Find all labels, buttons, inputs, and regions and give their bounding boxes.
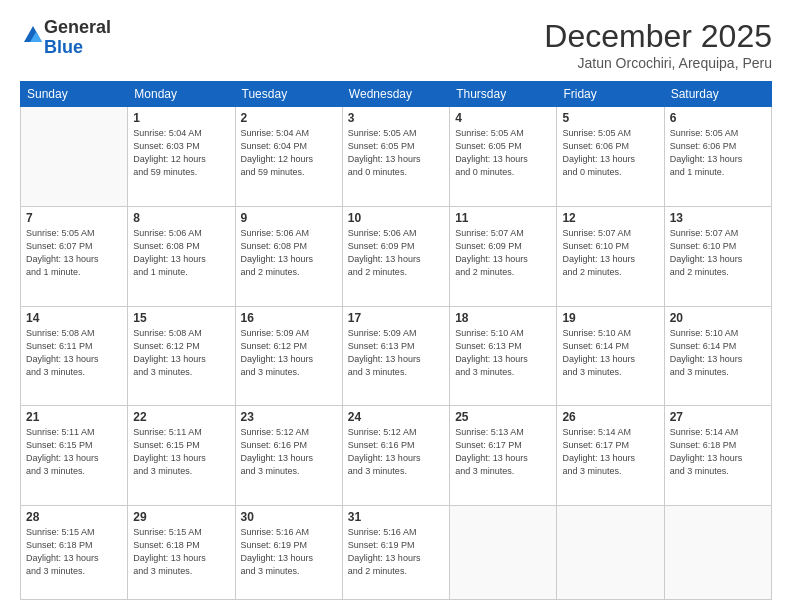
table-row: 1Sunrise: 5:04 AM Sunset: 6:03 PM Daylig… — [128, 107, 235, 207]
table-row: 13Sunrise: 5:07 AM Sunset: 6:10 PM Dayli… — [664, 206, 771, 306]
calendar-table: Sunday Monday Tuesday Wednesday Thursday… — [20, 81, 772, 600]
day-info: Sunrise: 5:05 AM Sunset: 6:05 PM Dayligh… — [455, 127, 551, 179]
title-location: Jatun Orcochiri, Arequipa, Peru — [544, 55, 772, 71]
day-number: 30 — [241, 510, 337, 524]
day-info: Sunrise: 5:11 AM Sunset: 6:15 PM Dayligh… — [26, 426, 122, 478]
day-number: 24 — [348, 410, 444, 424]
table-row: 28Sunrise: 5:15 AM Sunset: 6:18 PM Dayli… — [21, 506, 128, 600]
day-info: Sunrise: 5:07 AM Sunset: 6:09 PM Dayligh… — [455, 227, 551, 279]
day-number: 12 — [562, 211, 658, 225]
table-row — [557, 506, 664, 600]
table-row: 11Sunrise: 5:07 AM Sunset: 6:09 PM Dayli… — [450, 206, 557, 306]
day-info: Sunrise: 5:10 AM Sunset: 6:14 PM Dayligh… — [670, 327, 766, 379]
day-info: Sunrise: 5:04 AM Sunset: 6:04 PM Dayligh… — [241, 127, 337, 179]
day-info: Sunrise: 5:16 AM Sunset: 6:19 PM Dayligh… — [241, 526, 337, 578]
day-number: 29 — [133, 510, 229, 524]
table-row: 7Sunrise: 5:05 AM Sunset: 6:07 PM Daylig… — [21, 206, 128, 306]
logo: General Blue — [20, 18, 111, 58]
table-row: 6Sunrise: 5:05 AM Sunset: 6:06 PM Daylig… — [664, 107, 771, 207]
table-row: 3Sunrise: 5:05 AM Sunset: 6:05 PM Daylig… — [342, 107, 449, 207]
day-number: 14 — [26, 311, 122, 325]
day-info: Sunrise: 5:10 AM Sunset: 6:13 PM Dayligh… — [455, 327, 551, 379]
table-row — [664, 506, 771, 600]
table-row: 12Sunrise: 5:07 AM Sunset: 6:10 PM Dayli… — [557, 206, 664, 306]
table-row: 2Sunrise: 5:04 AM Sunset: 6:04 PM Daylig… — [235, 107, 342, 207]
header-tuesday: Tuesday — [235, 82, 342, 107]
table-row: 16Sunrise: 5:09 AM Sunset: 6:12 PM Dayli… — [235, 306, 342, 406]
day-info: Sunrise: 5:10 AM Sunset: 6:14 PM Dayligh… — [562, 327, 658, 379]
table-row: 23Sunrise: 5:12 AM Sunset: 6:16 PM Dayli… — [235, 406, 342, 506]
table-row: 20Sunrise: 5:10 AM Sunset: 6:14 PM Dayli… — [664, 306, 771, 406]
day-info: Sunrise: 5:13 AM Sunset: 6:17 PM Dayligh… — [455, 426, 551, 478]
day-number: 9 — [241, 211, 337, 225]
day-number: 10 — [348, 211, 444, 225]
day-number: 27 — [670, 410, 766, 424]
day-number: 2 — [241, 111, 337, 125]
day-number: 23 — [241, 410, 337, 424]
title-block: December 2025 Jatun Orcochiri, Arequipa,… — [544, 18, 772, 71]
table-row: 22Sunrise: 5:11 AM Sunset: 6:15 PM Dayli… — [128, 406, 235, 506]
header-friday: Friday — [557, 82, 664, 107]
day-info: Sunrise: 5:14 AM Sunset: 6:17 PM Dayligh… — [562, 426, 658, 478]
day-number: 16 — [241, 311, 337, 325]
table-row: 29Sunrise: 5:15 AM Sunset: 6:18 PM Dayli… — [128, 506, 235, 600]
table-row: 24Sunrise: 5:12 AM Sunset: 6:16 PM Dayli… — [342, 406, 449, 506]
day-info: Sunrise: 5:08 AM Sunset: 6:12 PM Dayligh… — [133, 327, 229, 379]
header-saturday: Saturday — [664, 82, 771, 107]
day-number: 20 — [670, 311, 766, 325]
table-row: 15Sunrise: 5:08 AM Sunset: 6:12 PM Dayli… — [128, 306, 235, 406]
day-info: Sunrise: 5:09 AM Sunset: 6:13 PM Dayligh… — [348, 327, 444, 379]
day-number: 22 — [133, 410, 229, 424]
page: General Blue December 2025 Jatun Orcochi… — [0, 0, 792, 612]
day-info: Sunrise: 5:04 AM Sunset: 6:03 PM Dayligh… — [133, 127, 229, 179]
day-info: Sunrise: 5:07 AM Sunset: 6:10 PM Dayligh… — [670, 227, 766, 279]
day-number: 4 — [455, 111, 551, 125]
day-info: Sunrise: 5:08 AM Sunset: 6:11 PM Dayligh… — [26, 327, 122, 379]
day-number: 26 — [562, 410, 658, 424]
day-info: Sunrise: 5:07 AM Sunset: 6:10 PM Dayligh… — [562, 227, 658, 279]
header-thursday: Thursday — [450, 82, 557, 107]
table-row: 27Sunrise: 5:14 AM Sunset: 6:18 PM Dayli… — [664, 406, 771, 506]
day-info: Sunrise: 5:05 AM Sunset: 6:06 PM Dayligh… — [562, 127, 658, 179]
day-number: 13 — [670, 211, 766, 225]
day-info: Sunrise: 5:15 AM Sunset: 6:18 PM Dayligh… — [26, 526, 122, 578]
header: General Blue December 2025 Jatun Orcochi… — [20, 18, 772, 71]
table-row: 21Sunrise: 5:11 AM Sunset: 6:15 PM Dayli… — [21, 406, 128, 506]
header-monday: Monday — [128, 82, 235, 107]
day-info: Sunrise: 5:09 AM Sunset: 6:12 PM Dayligh… — [241, 327, 337, 379]
table-row — [450, 506, 557, 600]
weekday-header-row: Sunday Monday Tuesday Wednesday Thursday… — [21, 82, 772, 107]
logo-general-text: General — [44, 17, 111, 37]
table-row: 25Sunrise: 5:13 AM Sunset: 6:17 PM Dayli… — [450, 406, 557, 506]
table-row: 19Sunrise: 5:10 AM Sunset: 6:14 PM Dayli… — [557, 306, 664, 406]
day-info: Sunrise: 5:05 AM Sunset: 6:05 PM Dayligh… — [348, 127, 444, 179]
table-row: 26Sunrise: 5:14 AM Sunset: 6:17 PM Dayli… — [557, 406, 664, 506]
day-info: Sunrise: 5:05 AM Sunset: 6:07 PM Dayligh… — [26, 227, 122, 279]
day-info: Sunrise: 5:05 AM Sunset: 6:06 PM Dayligh… — [670, 127, 766, 179]
day-number: 7 — [26, 211, 122, 225]
day-info: Sunrise: 5:12 AM Sunset: 6:16 PM Dayligh… — [348, 426, 444, 478]
day-number: 17 — [348, 311, 444, 325]
table-row: 5Sunrise: 5:05 AM Sunset: 6:06 PM Daylig… — [557, 107, 664, 207]
day-number: 25 — [455, 410, 551, 424]
table-row: 17Sunrise: 5:09 AM Sunset: 6:13 PM Dayli… — [342, 306, 449, 406]
day-number: 18 — [455, 311, 551, 325]
day-number: 1 — [133, 111, 229, 125]
title-month: December 2025 — [544, 18, 772, 55]
day-number: 15 — [133, 311, 229, 325]
table-row: 9Sunrise: 5:06 AM Sunset: 6:08 PM Daylig… — [235, 206, 342, 306]
day-info: Sunrise: 5:16 AM Sunset: 6:19 PM Dayligh… — [348, 526, 444, 578]
logo-blue-text: Blue — [44, 37, 83, 57]
day-number: 21 — [26, 410, 122, 424]
day-number: 5 — [562, 111, 658, 125]
day-number: 28 — [26, 510, 122, 524]
table-row — [21, 107, 128, 207]
table-row: 18Sunrise: 5:10 AM Sunset: 6:13 PM Dayli… — [450, 306, 557, 406]
day-number: 19 — [562, 311, 658, 325]
day-info: Sunrise: 5:06 AM Sunset: 6:09 PM Dayligh… — [348, 227, 444, 279]
day-info: Sunrise: 5:14 AM Sunset: 6:18 PM Dayligh… — [670, 426, 766, 478]
day-number: 3 — [348, 111, 444, 125]
table-row: 4Sunrise: 5:05 AM Sunset: 6:05 PM Daylig… — [450, 107, 557, 207]
day-info: Sunrise: 5:06 AM Sunset: 6:08 PM Dayligh… — [241, 227, 337, 279]
table-row: 31Sunrise: 5:16 AM Sunset: 6:19 PM Dayli… — [342, 506, 449, 600]
